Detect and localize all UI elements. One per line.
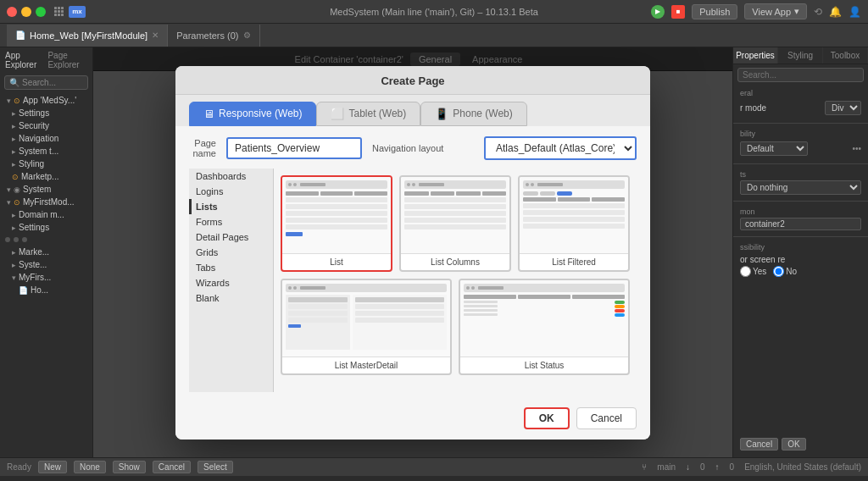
category-wizards[interactable]: Wizards: [189, 275, 273, 290]
tree-item-styling[interactable]: ▸ Styling: [0, 158, 92, 170]
select-button[interactable]: Select: [198, 461, 233, 473]
visibility-select[interactable]: Default: [740, 141, 808, 156]
template-list[interactable]: List: [281, 175, 392, 272]
grid-icon[interactable]: [54, 7, 64, 16]
tree-label: App 'MedSy...': [23, 96, 76, 105]
expand-arrow: ▸: [12, 224, 16, 232]
tree-item-myfirs[interactable]: ▾ MyFirs...: [0, 271, 92, 284]
click-event-select[interactable]: Do nothing: [740, 180, 861, 195]
right-tab-toolbox[interactable]: Toolbox: [823, 47, 868, 64]
modal-tab-phone[interactable]: 📱 Phone (Web): [420, 102, 526, 126]
category-dashboards[interactable]: Dashboards: [189, 169, 273, 184]
close-button[interactable]: [7, 7, 17, 17]
tree-item-settings2[interactable]: ▸ Settings: [0, 221, 92, 234]
view-app-button[interactable]: View App ▾: [744, 3, 807, 19]
tree-item-settings[interactable]: ▸ Settings: [0, 107, 92, 119]
right-ok-button[interactable]: OK: [782, 438, 805, 451]
expand-arrow: ▾: [7, 198, 11, 207]
page-name-input[interactable]: [226, 137, 362, 159]
modal-tab-tablet[interactable]: ⬜ Tablet (Web): [316, 102, 420, 126]
stop-button[interactable]: ■: [671, 5, 685, 19]
right-tabs: Properties Styling Toolbox: [733, 47, 868, 64]
cancel-button[interactable]: Cancel: [153, 461, 191, 473]
view-app-label: View App: [752, 7, 791, 17]
expand-arrow: ▾: [7, 185, 11, 194]
ok-button[interactable]: OK: [524, 407, 570, 429]
folder-icon: ◉: [14, 185, 20, 194]
separator: [733, 123, 868, 124]
tree-item-domain[interactable]: ▸ Domain m...: [0, 208, 92, 221]
show-button[interactable]: Show: [113, 461, 146, 473]
tree-item-ho[interactable]: 📄 Ho...: [0, 284, 92, 296]
cancel-button[interactable]: Cancel: [576, 407, 637, 429]
nav-layout-select[interactable]: Atlas_Default (Atlas_Core): [484, 136, 637, 160]
events-label: ts: [740, 170, 861, 179]
icon-2: 🔔: [829, 6, 842, 18]
icon-1: ⟲: [814, 6, 822, 18]
new-button[interactable]: New: [38, 461, 67, 473]
app-explorer-label[interactable]: App Explorer: [5, 51, 41, 69]
search-placeholder: Search...: [22, 78, 56, 87]
tree-item-system[interactable]: ▾ ◉ System: [0, 183, 92, 196]
template-list-columns[interactable]: List Columns: [399, 175, 511, 272]
publish-button[interactable]: Publish: [692, 4, 737, 19]
nav-layout-label: Navigation layout: [372, 143, 474, 153]
right-bottom-buttons: Cancel OK: [733, 431, 868, 457]
right-section-visibility: bility Default •••: [733, 126, 868, 161]
right-search-input[interactable]: [737, 68, 864, 82]
separator: [733, 236, 868, 237]
expand-arrow: ▸: [12, 248, 16, 257]
run-button[interactable]: ▶: [651, 5, 665, 19]
category-logins[interactable]: Logins: [189, 184, 273, 199]
right-tab-styling[interactable]: Styling: [778, 47, 823, 64]
template-list-masterdetail[interactable]: List MasterDetail: [281, 279, 452, 375]
more-options-icon[interactable]: •••: [852, 144, 861, 153]
category-forms[interactable]: Forms: [189, 214, 273, 229]
render-mode-select[interactable]: Div: [825, 101, 861, 115]
tree-item-navigation[interactable]: ▸ Navigation: [0, 132, 92, 145]
page-explorer-label[interactable]: Page Explorer: [47, 51, 87, 69]
tree-items: ▾ ⊙ App 'MedSy...' ▸ Settings ▸ Security…: [0, 92, 92, 457]
tree-label: Domain m...: [19, 210, 64, 219]
tree-item-marke[interactable]: ▸ Marke...: [0, 246, 92, 258]
tree-item-marketplace[interactable]: ⊙ Marketp...: [0, 170, 92, 183]
tree-label: Marketp...: [21, 172, 58, 181]
left-search-box[interactable]: 🔍 Search...: [4, 75, 88, 90]
titlebar-right: ▶ ■ Publish View App ▾ ⟲ 🔔 👤: [651, 3, 861, 19]
tab-home-web[interactable]: 📄 Home_Web [MyFirstModule] ✕: [7, 25, 168, 47]
minimize-button[interactable]: [21, 7, 31, 17]
yes-radio[interactable]: [740, 266, 751, 277]
tab-label: Phone (Web): [453, 108, 512, 119]
modal-tab-responsive[interactable]: 🖥 Responsive (Web): [189, 102, 316, 126]
tabs-row: 📄 Home_Web [MyFirstModule] ✕ Parameters …: [0, 24, 868, 47]
category-lists[interactable]: Lists: [189, 199, 273, 214]
search-icon: 🔍: [9, 78, 19, 87]
category-detail-pages[interactable]: Detail Pages: [189, 229, 273, 245]
tree-item-app[interactable]: ▾ ⊙ App 'MedSy...': [0, 94, 92, 107]
tab-close-icon[interactable]: ✕: [152, 30, 159, 40]
tree-label: Syste...: [19, 260, 47, 269]
no-radio[interactable]: [773, 266, 784, 277]
template-label: List Status: [460, 357, 628, 373]
common-name-input[interactable]: [740, 218, 861, 230]
right-tab-properties[interactable]: Properties: [733, 47, 778, 64]
tree-item-syste[interactable]: ▸ Syste...: [0, 258, 92, 271]
category-blank[interactable]: Blank: [189, 290, 273, 306]
icon-3: 👤: [849, 6, 861, 18]
tree-item-system-t[interactable]: ▸ System t...: [0, 145, 92, 158]
template-list-status[interactable]: List Status: [459, 279, 630, 375]
none-button[interactable]: None: [74, 461, 106, 473]
tree-item-myfirstmodule[interactable]: ▾ ⊙ MyFirstMod...: [0, 196, 92, 208]
right-cancel-button[interactable]: Cancel: [740, 438, 778, 451]
template-list-filtered[interactable]: List Filtered: [518, 175, 630, 272]
no-label: No: [786, 267, 797, 276]
yes-option[interactable]: Yes: [740, 266, 766, 277]
category-tabs[interactable]: Tabs: [189, 260, 273, 275]
no-option[interactable]: No: [773, 266, 797, 277]
category-grids[interactable]: Grids: [189, 245, 273, 260]
accessibility-label: ssibility: [740, 243, 861, 252]
tab-parameters[interactable]: Parameters (0) ⚙: [168, 25, 259, 47]
tree-item-security[interactable]: ▸ Security: [0, 119, 92, 132]
tab-label: Parameters (0): [176, 30, 238, 41]
maximize-button[interactable]: [36, 7, 46, 17]
